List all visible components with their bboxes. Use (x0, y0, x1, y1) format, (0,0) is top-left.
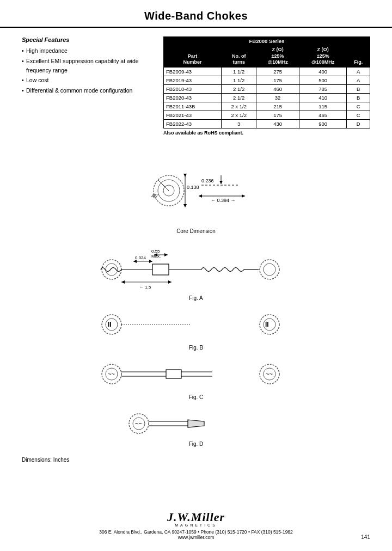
list-item: Low cost (22, 76, 152, 85)
cell-turns: 3 (222, 120, 256, 128)
svg-marker-25 (149, 260, 152, 263)
svg-text:~~: ~~ (266, 371, 273, 377)
cell-part: FB2021-43 (164, 111, 222, 120)
cell-fig: D (347, 120, 370, 128)
col-fig: Fig. (347, 46, 370, 68)
cell-turns: 1 1/2 (222, 76, 256, 85)
fig-c-wrapper: ~~ ~~ Fig. C (22, 355, 370, 405)
fig-c-label: Fig. C (189, 394, 204, 400)
fig-c-svg: ~~ ~~ (82, 355, 310, 393)
cell-turns: 2 1/2 (222, 85, 256, 94)
cell-z10: 175 (256, 111, 299, 120)
table-row: FB2020-43 2 1/2 32 410 B (164, 94, 370, 102)
table-row: FB2019-43 1 1/2 175 500 A (164, 76, 370, 85)
cell-part: FB2009-43 (164, 68, 222, 76)
svg-marker-34 (168, 280, 171, 284)
fig-a-wrapper: 0.024 0.55 Max. ← 1.5 Fig. A (22, 245, 370, 305)
cell-fig: C (347, 102, 370, 111)
cell-fig: B (347, 94, 370, 102)
main-content: Special Features High impedance Excellen… (0, 28, 392, 144)
core-dimension-label: Core Dimension (176, 228, 216, 234)
fig-b-label: Fig. B (189, 345, 203, 351)
svg-text:← 0.394 →: ← 0.394 → (211, 198, 236, 203)
cell-fig: C (347, 111, 370, 120)
cell-turns: 1 1/2 (222, 68, 256, 76)
footer-page-number: 141 (361, 534, 370, 540)
cell-turns: 2 x 1/2 (222, 102, 256, 111)
core-dimension-svg: 45° 0.138 0.236 ← 0.394 → (114, 155, 278, 226)
svg-marker-59 (188, 420, 204, 427)
cell-z100: 465 (299, 111, 347, 120)
rohs-note: Also available as RoHS compliant. (163, 130, 370, 136)
svg-text:0.236: 0.236 (201, 178, 214, 183)
cell-z100: 400 (299, 68, 347, 76)
cell-z100: 410 (299, 94, 347, 102)
cell-z100: 785 (299, 85, 347, 94)
cell-part: FB2010-43 (164, 85, 222, 94)
core-dimension-wrapper: 45° 0.138 0.236 ← 0.394 → Core Dimension (22, 155, 370, 234)
svg-point-40 (260, 315, 279, 334)
svg-marker-13 (242, 194, 245, 198)
cell-z10: 275 (256, 68, 299, 76)
table-row: FB2022-43 3 430 900 D (164, 120, 370, 128)
fig-d-svg: ~~ (109, 405, 283, 440)
cell-z100: 115 (299, 102, 347, 111)
footer-logo: J.W.Miller (0, 510, 392, 524)
svg-text:Max.: Max. (151, 254, 161, 259)
svg-marker-10 (219, 181, 223, 184)
cell-part: FB2019-43 (164, 76, 222, 85)
fig-b-svg: II II (82, 305, 310, 344)
cell-z10: 32 (256, 94, 299, 102)
svg-rect-48 (166, 370, 181, 378)
cell-fig: A (347, 68, 370, 76)
table-row: FB2011-43B 2 x 1/2 215 115 C (164, 102, 370, 111)
list-item: Excellent EMI suppression capability at … (22, 57, 152, 75)
col-turns: No. ofturns (222, 46, 256, 68)
series-header: FB2000 Series (164, 37, 370, 46)
svg-text:~~: ~~ (108, 371, 115, 377)
cell-turns: 2 1/2 (222, 94, 256, 102)
special-features-section: Special Features High impedance Excellen… (22, 36, 152, 136)
cell-fig: B (347, 85, 370, 94)
cell-part: FB2011-43B (164, 102, 222, 111)
list-item: Differential & common mode configuration (22, 86, 152, 95)
feature-list: High impedance Excellent EMI suppression… (22, 46, 152, 95)
cell-z10: 215 (256, 102, 299, 111)
fig-d-label: Fig. D (189, 441, 204, 447)
table-row: FB2010-43 2 1/2 460 785 B (164, 85, 370, 94)
cell-part: FB2022-43 (164, 120, 222, 128)
list-item: High impedance (22, 46, 152, 56)
footer-logo-sub: MAGNETICS (0, 523, 392, 527)
fig-a-svg: 0.024 0.55 Max. ← 1.5 (82, 245, 310, 294)
col-z100: Z (Ω)±25%@100MHz (299, 46, 347, 68)
svg-text:II: II (108, 321, 112, 328)
cell-part: FB2020-43 (164, 94, 222, 102)
product-table-section: FB2000 Series PartNumber No. ofturns Z (… (163, 36, 370, 136)
table-row: FB2009-43 1 1/2 275 400 A (164, 68, 370, 76)
svg-point-36 (102, 315, 121, 334)
cell-fig: A (347, 76, 370, 85)
svg-rect-18 (152, 264, 169, 275)
page-title: Wide-Band Chokes (22, 10, 370, 22)
page-header: Wide-Band Chokes (0, 0, 392, 28)
cell-z10: 175 (256, 76, 299, 85)
svg-text:← 1.5: ← 1.5 (139, 285, 151, 290)
footer-address: 306 E. Alondra Blvd., Gardena, CA 90247-… (0, 529, 392, 540)
svg-point-21 (264, 264, 275, 276)
cell-z10: 460 (256, 85, 299, 94)
svg-text:45°: 45° (151, 193, 159, 199)
svg-text:II: II (265, 321, 269, 328)
svg-marker-29 (164, 253, 168, 256)
diagrams-section: 45° 0.138 0.236 ← 0.394 → Core Dimension (0, 144, 392, 451)
cell-z10: 430 (256, 120, 299, 128)
cell-z100: 500 (299, 76, 347, 85)
special-features-title: Special Features (22, 36, 152, 43)
fb2000-table: FB2000 Series PartNumber No. ofturns Z (… (163, 36, 370, 128)
col-z10: Z (Ω)±25%@10MHz (256, 46, 299, 68)
dimensions-note: Dimensions: Inches (0, 451, 392, 468)
cell-turns: 2 x 1/2 (222, 111, 256, 120)
fig-b-wrapper: II II Fig. B (22, 305, 370, 355)
svg-text:0.138: 0.138 (187, 185, 199, 190)
table-row: FB2021-43 2 x 1/2 175 465 C (164, 111, 370, 120)
svg-text:0.55: 0.55 (151, 249, 160, 254)
